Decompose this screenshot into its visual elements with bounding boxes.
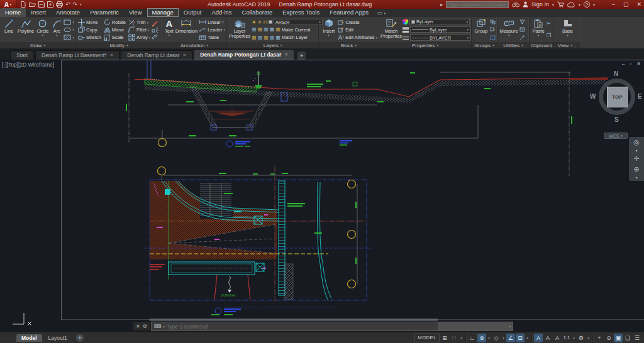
- layout1-tab[interactable]: Layout1: [43, 334, 72, 342]
- chevron-down-icon[interactable]: ▾: [164, 325, 165, 329]
- viewcube-west[interactable]: W: [590, 93, 596, 100]
- array-tool[interactable]: Array▾: [128, 34, 150, 41]
- search-binoculars-icon[interactable]: [512, 2, 519, 8]
- apps-caret-icon[interactable]: ▾: [579, 3, 580, 7]
- id-point-tool[interactable]: [519, 34, 525, 41]
- annotation-scale-icon[interactable]: A: [553, 334, 562, 342]
- layers-panel-label[interactable]: Layers▾: [227, 42, 318, 48]
- line-tool[interactable]: Line: [2, 18, 16, 42]
- help-caret-icon[interactable]: ▾: [593, 3, 595, 7]
- annotation-scale-value[interactable]: 1:1: [562, 334, 571, 342]
- panel-launcher-icon[interactable]: ⌄: [574, 43, 577, 47]
- drawing-canvas[interactable]: [-][Top][2D Wireframe] – ▫ ✕: [0, 60, 644, 332]
- autoscale-toggle[interactable]: A: [543, 334, 552, 342]
- workspace-caret[interactable]: ▾: [586, 334, 591, 342]
- chevron-down-icon[interactable]: ▾: [635, 175, 637, 180]
- file-tab-basement[interactable]: Denah Ramp Lt Basement*✕: [35, 50, 119, 60]
- command-line-extension[interactable]: ▪: [439, 322, 513, 331]
- utilities-panel-label[interactable]: Utilities▾: [497, 42, 529, 48]
- view-panel-label[interactable]: View▾⌄: [554, 42, 580, 48]
- ungroup-tool[interactable]: [490, 19, 496, 26]
- annotation-panel-label[interactable]: Annotation▾: [162, 42, 226, 48]
- layer-unlock-icon[interactable]: ⊓: [264, 19, 267, 25]
- match-layer-tool[interactable]: ▦ ▦ ▦ ▦ ▦ Match Layer: [252, 34, 323, 41]
- close-icon[interactable]: ✕: [109, 53, 113, 58]
- file-tab-start[interactable]: Start: [10, 50, 34, 60]
- sign-in-caret-icon[interactable]: ▾: [552, 3, 554, 7]
- tab-addins[interactable]: Add-ins: [206, 8, 236, 17]
- isodraft-toggle[interactable]: ◇: [492, 334, 501, 342]
- new-drawing-tab-button[interactable]: +: [297, 52, 306, 60]
- cut-tool[interactable]: ✂: [547, 21, 551, 28]
- block-panel-label[interactable]: Block▾: [319, 42, 379, 48]
- user-icon[interactable]: [523, 1, 528, 8]
- rotate-tool[interactable]: Rotate: [104, 19, 126, 26]
- isolate-objects-toggle[interactable]: ⊙: [604, 334, 613, 342]
- base-tool[interactable]: Base ▾: [559, 18, 577, 42]
- annotation-visibility-toggle[interactable]: A: [534, 334, 543, 342]
- qat-customize-icon[interactable]: ▾: [80, 1, 82, 8]
- new-file-icon[interactable]: [20, 1, 26, 8]
- tab-manage[interactable]: Manage: [147, 8, 179, 17]
- properties-panel-label[interactable]: Properties▾: [379, 42, 471, 48]
- layer-properties-tool[interactable]: Layer Properties: [229, 18, 250, 42]
- layer-on-icon[interactable]: ☀: [252, 19, 256, 25]
- tab-insert[interactable]: Insert: [26, 8, 51, 17]
- edit-block-tool[interactable]: Edit: [338, 26, 377, 33]
- viewcube-east[interactable]: E: [638, 93, 642, 100]
- command-input[interactable]: [167, 324, 436, 330]
- pan-icon[interactable]: ✛: [633, 155, 639, 163]
- annotation-monitor-toggle[interactable]: +: [595, 334, 604, 342]
- customization-menu[interactable]: ☰: [633, 334, 641, 342]
- scale-caret[interactable]: ▾: [572, 334, 576, 342]
- osnap-caret[interactable]: ▾: [525, 334, 530, 342]
- snap-caret[interactable]: ▾: [459, 334, 464, 342]
- layer-color-swatch[interactable]: [269, 20, 272, 24]
- lineweight-dropdown[interactable]: ByLayer▾: [410, 26, 470, 33]
- make-current-tool[interactable]: ▦ ▦ ▦ ▦ ▦ Make Current: [252, 26, 323, 33]
- measure-tool[interactable]: Measure ▾: [499, 18, 518, 42]
- snap-toggle[interactable]: ∷: [450, 334, 458, 342]
- tab-output[interactable]: Output: [179, 8, 207, 17]
- maximize-button[interactable]: ▢: [623, 1, 629, 8]
- a360-cloud-icon[interactable]: [567, 2, 575, 8]
- tab-featured-apps[interactable]: Featured Apps: [325, 8, 374, 17]
- help-icon[interactable]: ?: [584, 1, 590, 8]
- ribbon-collapse-control[interactable]: ▭▾: [377, 10, 386, 17]
- save-as-icon[interactable]: [47, 1, 53, 8]
- graphics-performance-toggle[interactable]: ▣: [614, 334, 623, 342]
- tab-home[interactable]: Home: [0, 8, 26, 17]
- copy-clip-tool[interactable]: ❐: [547, 32, 551, 39]
- search-input[interactable]: [446, 1, 509, 8]
- viewcube[interactable]: N S W E TOP: [594, 71, 641, 129]
- copy-tool[interactable]: Copy: [78, 26, 101, 34]
- new-layout-button[interactable]: +: [76, 334, 84, 342]
- quick-calc-tool[interactable]: [519, 26, 525, 33]
- undo-icon[interactable]: ↶: [65, 1, 70, 8]
- command-line-grip[interactable]: ✕ ⚙: [132, 322, 151, 331]
- rectangle-tool[interactable]: ▾: [64, 19, 74, 26]
- leader-tool[interactable]: Leader▾: [199, 26, 225, 33]
- tab-express-tools[interactable]: Express Tools: [277, 8, 325, 17]
- edit-attributes-tool[interactable]: Edit Attributes▾: [338, 34, 377, 41]
- tab-view[interactable]: View: [124, 8, 147, 17]
- linetype-dropdown[interactable]: BYLAYER▾: [410, 35, 470, 41]
- object-color-dropdown[interactable]: ByLayer▾: [409, 19, 470, 25]
- redo-icon[interactable]: ↷: [73, 1, 78, 8]
- viewcube-top-face[interactable]: TOP: [607, 87, 628, 107]
- tab-annotate[interactable]: Annotate: [51, 8, 85, 17]
- app-store-cart-icon[interactable]: [557, 1, 564, 8]
- model-space-toggle[interactable]: MODEL: [414, 334, 440, 342]
- close-icon[interactable]: ✕: [284, 52, 288, 57]
- stretch-tool[interactable]: Stretch: [78, 34, 101, 41]
- explode-tool[interactable]: [152, 26, 158, 33]
- text-tool[interactable]: A Text ▾: [164, 18, 174, 42]
- minimize-button[interactable]: –: [612, 1, 615, 8]
- modify-panel-label[interactable]: Modify▾: [76, 42, 162, 48]
- fillet-tool[interactable]: Fillet▾: [128, 26, 150, 34]
- polar-tracking-toggle[interactable]: ⊚: [477, 334, 486, 342]
- groups-panel-label[interactable]: Groups▾: [472, 42, 497, 48]
- file-tab-potongan[interactable]: Denah Ramp Potongan Lt dasar✕: [194, 49, 294, 60]
- isodraft-caret[interactable]: ▾: [501, 334, 506, 342]
- zoom-icon[interactable]: ⊕: [633, 165, 639, 173]
